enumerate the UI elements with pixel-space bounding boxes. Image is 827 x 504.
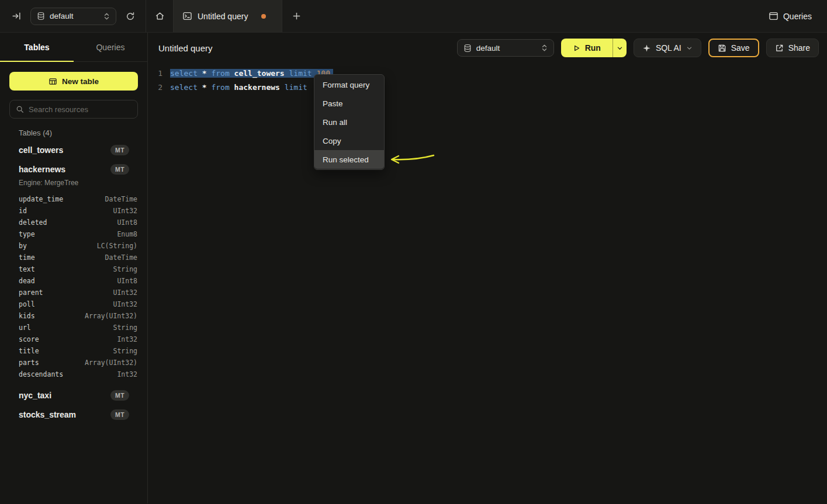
table-item-cell_towers[interactable]: cell_towersMT bbox=[9, 140, 138, 159]
code-token bbox=[280, 83, 285, 92]
column-type: UInt8 bbox=[117, 277, 137, 285]
database-icon bbox=[463, 44, 472, 53]
share-button-label: Share bbox=[788, 43, 810, 53]
column-type: String bbox=[113, 347, 137, 355]
column-row: pollUInt32 bbox=[9, 298, 138, 310]
column-name: title bbox=[19, 347, 39, 355]
queries-button[interactable]: Queries bbox=[769, 0, 812, 32]
column-name: score bbox=[19, 335, 39, 343]
run-button-label: Run bbox=[585, 43, 601, 53]
column-type: Enum8 bbox=[117, 230, 137, 238]
menu-item-format-query[interactable]: Format query bbox=[314, 75, 384, 94]
table-item-nyc_taxi[interactable]: nyc_taxiMT bbox=[9, 385, 138, 405]
menu-item-paste[interactable]: Paste bbox=[314, 94, 384, 113]
engine-badge: MT bbox=[110, 164, 129, 175]
code-token: from bbox=[211, 83, 229, 92]
chevron-updown-icon bbox=[541, 44, 548, 52]
sql-ai-label: SQL AI bbox=[656, 43, 681, 53]
save-icon bbox=[718, 44, 726, 53]
table-item-hackernews[interactable]: hackernewsMT bbox=[9, 159, 138, 179]
search-resources-input[interactable] bbox=[29, 105, 132, 114]
column-type: UInt32 bbox=[113, 289, 137, 297]
column-name: poll bbox=[19, 300, 35, 308]
code-token: limit bbox=[289, 69, 312, 78]
code-token bbox=[285, 69, 289, 78]
line-number: 1 bbox=[148, 67, 162, 81]
table-name: hackernews bbox=[19, 165, 65, 174]
column-type: Array(UInt32) bbox=[85, 359, 137, 367]
topbar-database-selector[interactable]: default bbox=[30, 8, 116, 25]
column-name: deleted bbox=[19, 218, 47, 227]
editor-database-selector[interactable]: default bbox=[457, 39, 554, 57]
chevron-down-icon bbox=[617, 45, 623, 51]
code-token: * bbox=[202, 83, 207, 92]
sidebar: Tables Queries New table bbox=[0, 33, 148, 503]
code-line-2: 2select * from hackernews limit bbox=[148, 81, 827, 95]
code-text: select * from hackernews limit bbox=[170, 81, 307, 95]
code-token: hackernews bbox=[234, 83, 280, 92]
tab-untitled-query[interactable]: Untitled query bbox=[173, 0, 282, 32]
topbar: default bbox=[0, 0, 827, 33]
engine-badge: MT bbox=[110, 409, 129, 420]
table-name: nyc_taxi bbox=[19, 391, 51, 400]
home-button[interactable] bbox=[146, 0, 173, 32]
sql-editor[interactable]: 1select * from cell_towers limit 1002sel… bbox=[148, 63, 827, 503]
column-row: kidsArray(UInt32) bbox=[9, 310, 138, 322]
query-title: Untitled query bbox=[158, 43, 213, 53]
sparkle-ai-icon bbox=[642, 44, 651, 53]
topbar-database-value: default bbox=[50, 12, 99, 20]
database-icon bbox=[37, 12, 45, 20]
tables-section-label: Tables (4) bbox=[9, 128, 138, 137]
menu-item-run-selected[interactable]: Run selected bbox=[314, 150, 384, 169]
menu-item-run-all[interactable]: Run all bbox=[314, 113, 384, 131]
sql-ai-button[interactable]: SQL AI bbox=[634, 39, 701, 57]
sidebar-tab-queries[interactable]: Queries bbox=[74, 33, 147, 61]
engine-badge: MT bbox=[110, 145, 129, 155]
code-token bbox=[230, 69, 234, 78]
search-icon bbox=[16, 105, 24, 113]
column-type: Int32 bbox=[117, 370, 137, 378]
body: Tables Queries New table bbox=[0, 33, 827, 503]
new-table-button[interactable]: New table bbox=[9, 72, 138, 91]
editor-context-menu: Format queryPasteRun allCopyRun selected bbox=[314, 74, 385, 170]
share-icon bbox=[775, 44, 784, 53]
column-name: update_time bbox=[19, 195, 63, 203]
editor-database-value: default bbox=[476, 44, 537, 53]
code-line-1: 1select * from cell_towers limit 100 bbox=[148, 67, 827, 81]
save-button[interactable]: Save bbox=[708, 39, 759, 57]
sidebar-tab-tables[interactable]: Tables bbox=[0, 33, 74, 61]
column-row: titleString bbox=[9, 345, 138, 357]
column-name: kids bbox=[19, 312, 35, 320]
queries-button-label: Queries bbox=[783, 12, 812, 21]
column-type: UInt8 bbox=[117, 218, 137, 227]
column-row: typeEnum8 bbox=[9, 228, 138, 240]
chevron-down-icon bbox=[686, 45, 693, 51]
tables-list: cell_towersMThackernewsMTEngine: MergeTr… bbox=[9, 140, 138, 424]
column-row: deletedUInt8 bbox=[9, 217, 138, 228]
table-item-stocks_stream[interactable]: stocks_streamMT bbox=[9, 405, 138, 424]
sidebar-collapse-button[interactable] bbox=[8, 8, 25, 25]
collapse-sidebar-icon bbox=[12, 11, 22, 21]
column-row: deadUInt8 bbox=[9, 275, 138, 287]
header-actions: default bbox=[457, 39, 819, 57]
run-button[interactable]: Run bbox=[561, 39, 613, 57]
code-token: from bbox=[211, 69, 229, 78]
home-icon bbox=[155, 11, 165, 21]
column-row: idUInt32 bbox=[9, 205, 138, 217]
code-token: select bbox=[170, 69, 198, 78]
column-name: parent bbox=[19, 289, 43, 297]
topbar-spacer bbox=[310, 0, 769, 32]
column-row: timeDateTime bbox=[9, 252, 138, 263]
new-tab-button[interactable] bbox=[282, 0, 310, 32]
code-token: select bbox=[170, 83, 198, 92]
column-type: UInt32 bbox=[113, 300, 137, 308]
query-tab-icon bbox=[182, 11, 192, 21]
menu-item-copy[interactable]: Copy bbox=[314, 131, 384, 150]
column-type: LC(String) bbox=[97, 242, 137, 250]
share-button[interactable]: Share bbox=[766, 39, 819, 57]
column-row: scoreInt32 bbox=[9, 333, 138, 345]
plus-icon bbox=[292, 12, 301, 20]
run-options-button[interactable] bbox=[613, 39, 627, 57]
refresh-button[interactable] bbox=[122, 8, 139, 25]
code-token bbox=[198, 69, 202, 78]
